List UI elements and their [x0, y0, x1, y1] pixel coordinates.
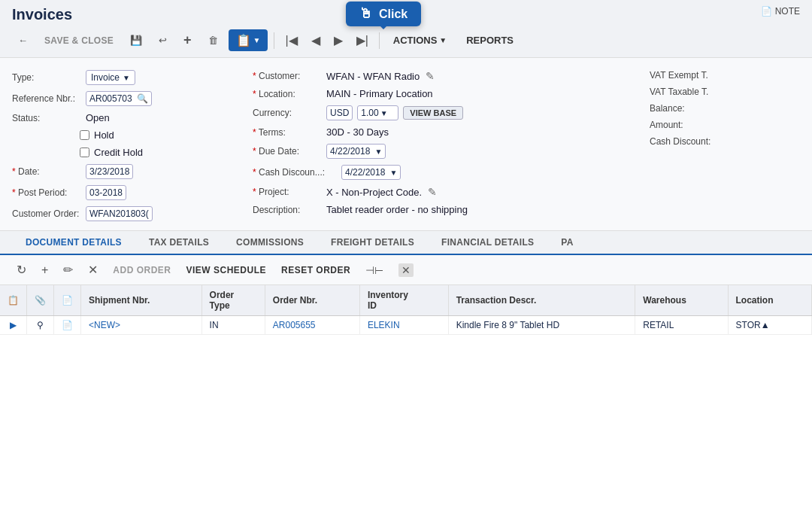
customer-edit-icon[interactable]: ✎ [426, 70, 435, 82]
undo-button[interactable]: ↩ [153, 32, 173, 49]
copy-button[interactable]: 📋 ▼ [229, 29, 268, 51]
dropdown-icon: ▼ [389, 169, 397, 177]
note-button[interactable]: 📄 NOTE [761, 6, 800, 17]
currency-controls: USD 1.00 ▼ VIEW BASE [326, 105, 463, 120]
reports-button[interactable]: REPORTS [459, 32, 521, 49]
location-label: Location: [253, 89, 320, 99]
table-row[interactable]: ▶ ⚲ 📄 <NEW> IN AR005655 ELEKIN Kindle Fi… [0, 316, 812, 335]
last-icon: ▶| [356, 34, 368, 47]
form-col-right: VAT Exempt T. VAT Taxable T. Balance: Am… [635, 68, 800, 223]
fit-columns-button[interactable]: ⊣⊢ [361, 260, 388, 280]
separator [274, 32, 274, 49]
balance-label: Balance: [650, 103, 717, 114]
refresh-button[interactable]: ↻ [12, 260, 31, 280]
page-title: Invoices [12, 6, 72, 23]
tab-commissions[interactable]: COMMISSIONS [223, 231, 317, 255]
currency-rate-input[interactable]: 1.00 ▼ [357, 105, 398, 120]
currency-input[interactable]: USD [326, 105, 353, 120]
actions-arrow: ▼ [439, 36, 447, 44]
save-button[interactable]: 💾 [124, 32, 148, 49]
dropdown-icon: ▼ [123, 74, 130, 82]
customer-row: Customer: WFAN - WFAN Radio ✎ [253, 68, 635, 84]
add-button[interactable]: + [177, 29, 198, 51]
row-order-type: IN [201, 316, 265, 335]
customer-label: Customer: [253, 71, 320, 81]
ref-input[interactable]: AR005703 🔍 [86, 91, 152, 106]
credit-hold-checkbox[interactable] [80, 148, 89, 157]
reset-order-button[interactable]: RESET ORDER [277, 262, 355, 278]
terms-row: Terms: 30D - 30 Days [253, 125, 635, 139]
location-value: MAIN - Primary Location [326, 88, 433, 99]
clear-button[interactable]: ✕ [394, 260, 418, 280]
view-schedule-button[interactable]: VIEW SCHEDULE [182, 262, 271, 278]
col-icon1: 📋 [0, 285, 27, 316]
separator2 [379, 32, 380, 49]
type-select[interactable]: Invoice ▼ [86, 70, 135, 85]
tab-financial-details[interactable]: FINANCIAL DETAILS [428, 231, 547, 255]
hold-checkbox[interactable] [80, 130, 89, 140]
post-period-input[interactable]: 03-2018 [86, 185, 126, 200]
col-order-nbr: Order Nbr. [265, 285, 359, 316]
row-doc-icon: 📄 [54, 316, 81, 335]
actions-button[interactable]: ACTIONS ▼ [386, 32, 454, 49]
description-row: Description: Tablet reader order - no sh… [253, 202, 635, 217]
customer-order-label: Customer Order: [12, 208, 80, 219]
due-date-input[interactable]: 4/22/2018 ▼ [326, 144, 386, 159]
location-row: Location: MAIN - Primary Location [253, 87, 635, 101]
col-icon2: 📎 [27, 285, 54, 316]
tab-pa[interactable]: PA [547, 231, 586, 255]
hold-label: Hold [94, 129, 114, 141]
col-order-type: OrderType [201, 285, 265, 316]
delete-button[interactable]: 🗑 [202, 32, 224, 49]
tab-document-details[interactable]: DOCUMENT DETAILS [12, 231, 135, 255]
view-base-button[interactable]: VIEW BASE [403, 106, 463, 120]
first-nav-button[interactable]: |◀ [280, 30, 301, 50]
tabs-bar: DOCUMENT DETAILS TAX DETAILS COMMISSIONS… [0, 231, 812, 255]
status-value: Open [86, 112, 110, 123]
prev-nav-button[interactable]: ◀ [307, 30, 325, 50]
clear-icon: ✕ [398, 263, 414, 277]
project-label: Project: [253, 187, 320, 197]
detail-add-button[interactable]: + [37, 260, 53, 280]
customer-order-input[interactable]: WFAN201803( [86, 206, 153, 221]
credit-hold-row: Credit Hold [80, 145, 253, 160]
type-row: Type: Invoice ▼ [12, 68, 253, 87]
customer-order-row: Customer Order: WFAN201803( [12, 205, 253, 223]
type-label: Type: [12, 72, 80, 83]
next-nav-button[interactable]: ▶ [329, 30, 347, 50]
post-period-label: Post Period: [12, 187, 80, 198]
row-shipment-nbr[interactable]: <NEW> [81, 316, 202, 335]
description-value: Tablet reader order - no shipping [326, 204, 468, 215]
col-inventory-id: InventoryID [359, 285, 448, 316]
cash-discount2-row: Cash Discount: [650, 135, 800, 148]
refresh-icon: ↻ [17, 263, 26, 276]
currency-label: Currency: [253, 108, 320, 118]
fit-icon: ⊣⊢ [365, 264, 383, 276]
cash-discount-input[interactable]: 4/22/2018 ▼ [341, 165, 401, 180]
add-order-button[interactable]: ADD ORDER [108, 262, 175, 278]
date-input[interactable]: 3/23/2018 [86, 164, 133, 179]
back-button[interactable]: ← [12, 32, 34, 49]
app-window: 🖱 Click Invoices 📄 NOTE ← SAVE & CLOSE 💾… [0, 0, 812, 508]
currency-row: Currency: USD 1.00 ▼ VIEW BASE [253, 104, 635, 122]
customer-value: WFAN - WFAN Radio [326, 71, 420, 82]
toolbar: ← SAVE & CLOSE 💾 ↩ + 🗑 📋 ▼ |◀ ◀ ▶ ▶| [0, 26, 812, 58]
document-icon: 📄 [761, 6, 772, 17]
last-nav-button[interactable]: ▶| [352, 30, 373, 50]
detail-delete-button[interactable]: ✕ [83, 260, 102, 280]
dropdown-arrow: ▼ [253, 36, 261, 44]
col-location: Location [728, 285, 811, 316]
tab-freight-details[interactable]: FREIGHT DETAILS [317, 231, 428, 255]
hold-row: Hold [80, 128, 253, 142]
save-close-button[interactable]: SAVE & CLOSE [38, 32, 120, 49]
ref-label: Reference Nbr.: [12, 93, 80, 104]
row-arrow-icon: ▶ [0, 316, 27, 335]
project-edit-icon[interactable]: ✎ [428, 186, 437, 198]
row-warehouse: RETAIL [635, 316, 728, 335]
vat-taxable-label: VAT Taxable T. [650, 87, 717, 97]
tab-tax-details[interactable]: TAX DETAILS [135, 231, 223, 255]
row-order-nbr[interactable]: AR005655 [265, 316, 359, 335]
row-inventory-id[interactable]: ELEKIN [359, 316, 448, 335]
detail-edit-button[interactable]: ✏ [59, 260, 77, 280]
row-transaction-descr: Kindle Fire 8 9" Tablet HD [448, 316, 635, 335]
